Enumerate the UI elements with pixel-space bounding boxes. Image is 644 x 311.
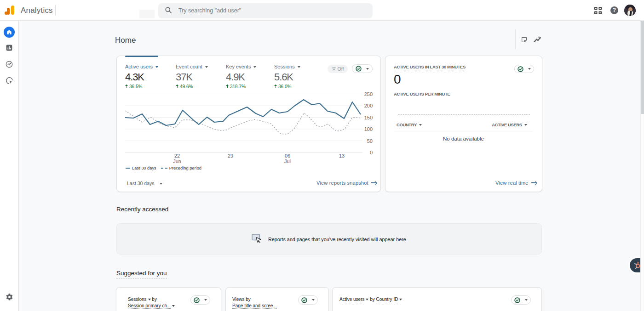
svg-text:29: 29 (228, 153, 233, 158)
svg-text:100: 100 (364, 126, 373, 132)
svg-text:Jun: Jun (173, 158, 181, 164)
svg-text:06: 06 (285, 153, 290, 158)
svg-text:13: 13 (339, 153, 345, 158)
svg-text:22: 22 (174, 153, 180, 158)
svg-text:200: 200 (364, 103, 373, 108)
svg-text:0: 0 (370, 150, 373, 155)
svg-text:150: 150 (364, 115, 373, 120)
svg-text:250: 250 (364, 91, 373, 97)
svg-text:Jul: Jul (284, 158, 291, 164)
svg-text:50: 50 (367, 138, 373, 144)
